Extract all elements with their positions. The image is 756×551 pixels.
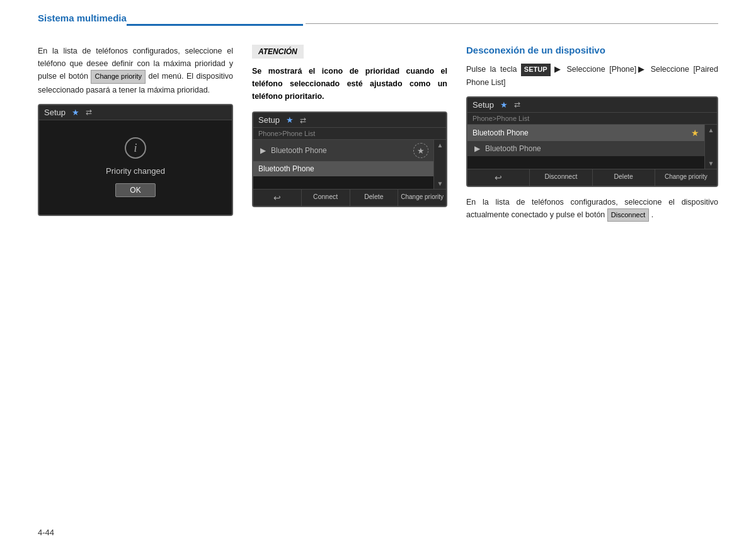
change-priority-button-inline[interactable]: Change priority <box>91 70 146 84</box>
phone-item-2-middle[interactable]: Bluetooth Phone <box>253 161 433 176</box>
section-heading: Desconexión de un dispositivo <box>466 45 718 55</box>
phone-name-1-middle: Bluetooth Phone <box>271 146 327 155</box>
setup-screen-disconnect: Setup ★ ⇄ Phone>Phone List Bluetooth Pho… <box>466 96 718 187</box>
header-line-blue <box>127 24 303 26</box>
info-icon: i <box>125 137 146 159</box>
phone-item-empty-middle <box>253 176 433 189</box>
usb-icon-left: ⇄ <box>86 108 92 116</box>
phone-name-2-right: Bluetooth Phone <box>485 144 541 153</box>
phone-list-content-right: Bluetooth Phone ★ ▶ Bluetooth Phone <box>467 125 704 169</box>
bluetooth-icon-right: ★ <box>500 100 508 110</box>
page-container: Sistema multimedia En la lista de teléfo… <box>0 0 756 551</box>
back-btn-right[interactable]: ↩ <box>467 169 530 186</box>
connect-btn-middle[interactable]: Connect <box>302 190 350 206</box>
scroll-up-right[interactable]: ▲ <box>706 125 716 135</box>
screen-bottom-btns-middle: ↩ Connect Delete Change priority <box>253 189 446 206</box>
usb-icon-right: ⇄ <box>514 100 520 109</box>
phone-name-1-right: Bluetooth Phone <box>472 128 529 137</box>
setup-screen-phonelist-middle: Setup ★ ⇄ Phone>Phone List ▶ Bluetooth P… <box>252 111 447 207</box>
content: En la lista de teléfonos configurados, s… <box>38 45 718 229</box>
setup-screen-priority: Setup ★ ⇄ i Priority changed OK <box>38 104 233 216</box>
phone-item-empty-right <box>467 156 704 169</box>
bluetooth-icon-left: ★ <box>72 108 79 117</box>
scroll-bar-middle: ▲ ▼ <box>433 140 446 189</box>
delete-btn-right[interactable]: Delete <box>593 169 655 186</box>
phone-list-with-scroll-middle: ▶ Bluetooth Phone ★ Bluetooth Phone ▲ ▼ <box>253 140 446 189</box>
scroll-bar-right: ▲ ▼ <box>704 125 717 169</box>
breadcrumb-middle: Phone>Phone List <box>253 128 446 140</box>
bluetooth-icon-middle: ★ <box>286 115 294 125</box>
right-body-text-3: En la lista de teléfonos configurados, s… <box>466 196 718 222</box>
setup-titlebar-right: Setup ★ ⇄ <box>467 98 717 113</box>
scroll-up-middle[interactable]: ▲ <box>435 140 445 151</box>
disconnect-button-inline[interactable]: Disconnect <box>607 208 649 222</box>
back-btn-middle[interactable]: ↩ <box>253 190 302 206</box>
warning-text: Se mostrará el icono de prioridad cuando… <box>252 65 447 103</box>
change-priority-btn-middle[interactable]: Change priority <box>398 190 446 206</box>
priority-changed-text: Priority changed <box>106 166 165 176</box>
phone-item-2-right[interactable]: ▶ Bluetooth Phone <box>467 141 704 156</box>
page-number: 4-44 <box>38 528 54 537</box>
setup-title-right: Setup <box>472 100 494 110</box>
screen-bottom-btns-right: ↩ Disconnect Delete Change priority <box>467 169 717 186</box>
phone-item-1-right[interactable]: Bluetooth Phone ★ <box>467 125 704 141</box>
breadcrumb-right: Phone>Phone List <box>467 113 717 125</box>
header-title: Sistema multimedia <box>38 13 127 26</box>
scroll-down-middle[interactable]: ▼ <box>435 178 445 189</box>
play-icon-2-right: ▶ <box>472 144 481 153</box>
phone-name-2-middle: Bluetooth Phone <box>258 164 314 173</box>
star-icon-solid-right: ★ <box>691 128 699 138</box>
left-body-text-1: En la lista de teléfonos configurados, s… <box>38 45 233 96</box>
change-priority-btn-right[interactable]: Change priority <box>655 169 717 186</box>
right-body-text-1: Pulse la tecla SETUP ▶ Seleccione [Phone… <box>466 63 718 89</box>
setup-titlebar-middle: Setup ★ ⇄ <box>253 113 446 128</box>
phone-list-with-scroll-right: Bluetooth Phone ★ ▶ Bluetooth Phone ▲ ▼ <box>467 125 717 169</box>
setup-titlebar: Setup ★ ⇄ <box>39 105 232 120</box>
setup-title-left: Setup <box>44 108 66 117</box>
phone-item-1-middle[interactable]: ▶ Bluetooth Phone ★ <box>253 140 433 161</box>
header: Sistema multimedia <box>38 13 718 26</box>
priority-changed-screen: i Priority changed OK <box>39 120 232 215</box>
setup-title-middle: Setup <box>258 115 280 125</box>
setup-key-badge: SETUP <box>521 64 551 76</box>
play-icon-1-middle: ▶ <box>258 146 267 155</box>
left-column: En la lista de teléfonos configurados, s… <box>38 45 233 229</box>
delete-btn-middle[interactable]: Delete <box>350 190 399 206</box>
disconnect-btn-right[interactable]: Disconnect <box>530 169 592 186</box>
ok-button[interactable]: OK <box>115 183 155 197</box>
right-column: Desconexión de un dispositivo Pulse la t… <box>466 45 718 229</box>
scroll-down-right[interactable]: ▼ <box>706 158 716 169</box>
atencion-box: ATENCIÓN <box>252 45 304 59</box>
phone-list-content-middle: ▶ Bluetooth Phone ★ Bluetooth Phone <box>253 140 433 189</box>
header-line-gray <box>306 23 718 24</box>
middle-column: ATENCIÓN Se mostrará el icono de priorid… <box>252 45 447 229</box>
star-icon-circle-middle: ★ <box>413 143 428 158</box>
usb-icon-middle: ⇄ <box>300 116 306 125</box>
